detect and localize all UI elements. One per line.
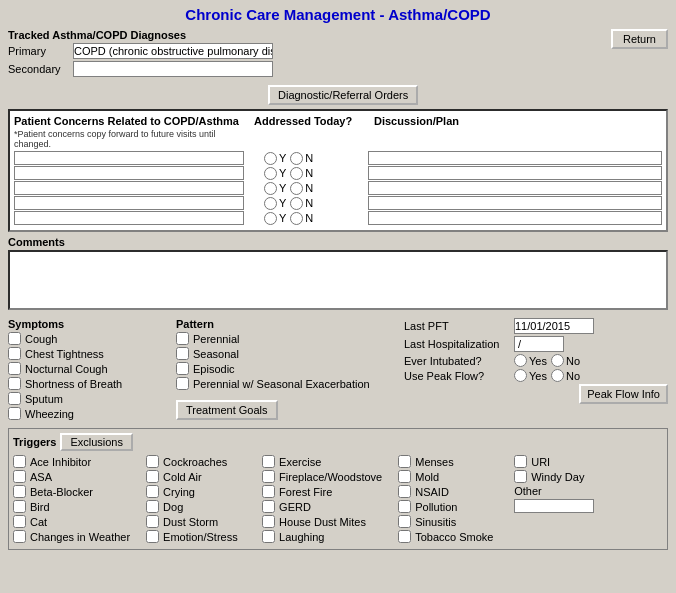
treatment-goals-button[interactable]: Treatment Goals [176,400,278,420]
trigger-changes-in-weather-checkbox[interactable] [13,530,26,543]
symptom-shortness-of-breath-checkbox[interactable] [8,377,21,390]
pattern-seasonal-checkbox[interactable] [176,347,189,360]
trigger-nsaid-checkbox[interactable] [398,485,411,498]
pattern-seasonal-label: Seasonal [193,348,239,360]
trigger-laughing: Laughing [262,530,382,543]
intubated-yes-radio[interactable] [514,354,527,367]
symptom-chest-tightness-checkbox[interactable] [8,347,21,360]
symptom-wheezing-label: Wheezing [25,408,74,420]
concern-input-2[interactable] [14,166,244,180]
pattern-header: Pattern [176,318,396,330]
trigger-beta-blocker-checkbox[interactable] [13,485,26,498]
concern-row: Y N [14,196,662,210]
trigger-uri-checkbox[interactable] [514,455,527,468]
last-hosp-input[interactable] [514,336,564,352]
discussion-input-3[interactable] [368,181,662,195]
discussion-input-5[interactable] [368,211,662,225]
trigger-ace-inhibitor-checkbox[interactable] [13,455,26,468]
trigger-laughing-checkbox[interactable] [262,530,275,543]
trigger-windy-day-checkbox[interactable] [514,470,527,483]
trigger-pollution-checkbox[interactable] [398,500,411,513]
trigger-crying-checkbox[interactable] [146,485,159,498]
trigger-menses-checkbox[interactable] [398,455,411,468]
last-pft-input[interactable] [514,318,594,334]
trigger-cold-air-checkbox[interactable] [146,470,159,483]
secondary-input[interactable] [73,61,273,77]
trigger-bird-checkbox[interactable] [13,500,26,513]
addressed-yes-5[interactable] [264,212,277,225]
triggers-col-5: URI Windy Day Other [514,455,614,545]
diagnostic-referral-button[interactable]: Diagnostic/Referral Orders [268,85,418,105]
trigger-changes-in-weather: Changes in Weather [13,530,130,543]
discussion-input-2[interactable] [368,166,662,180]
addressed-yes-2[interactable] [264,167,277,180]
trigger-sinusitis-checkbox[interactable] [398,515,411,528]
pattern-perennial-seasonal-checkbox[interactable] [176,377,189,390]
triggers-label: Triggers [13,436,56,448]
addressed-no-2[interactable] [290,167,303,180]
addressed-no-5[interactable] [290,212,303,225]
trigger-dust-storm-checkbox[interactable] [146,515,159,528]
trigger-fireplace-checkbox[interactable] [262,470,275,483]
trigger-asa-checkbox[interactable] [13,470,26,483]
trigger-forest-fire-checkbox[interactable] [262,485,275,498]
triggers-col-3: Exercise Fireplace/Woodstove Forest Fire… [262,455,382,545]
discussion-input-4[interactable] [368,196,662,210]
last-pft-label: Last PFT [404,320,514,332]
trigger-dog-checkbox[interactable] [146,500,159,513]
addressed-yes-1[interactable] [264,152,277,165]
trigger-exercise-checkbox[interactable] [262,455,275,468]
symptom-shortness-of-breath-label: Shortness of Breath [25,378,122,390]
addressed-header: Addressed Today? [254,115,374,149]
symptom-cough-checkbox[interactable] [8,332,21,345]
symptom-cough: Cough [8,332,168,345]
trigger-other-input[interactable] [514,499,594,513]
concern-input-5[interactable] [14,211,244,225]
triggers-col-4: Menses Mold NSAID Pollution Sinusitis [398,455,498,545]
trigger-tobacco-smoke-checkbox[interactable] [398,530,411,543]
peak-flow-no-radio[interactable] [551,369,564,382]
addressed-no-3[interactable] [290,182,303,195]
trigger-cat-checkbox[interactable] [13,515,26,528]
trigger-crying: Crying [146,485,246,498]
symptom-cough-label: Cough [25,333,57,345]
pattern-perennial-checkbox[interactable] [176,332,189,345]
triggers-col-1: Ace Inhibitor ASA Beta-Blocker Bird Cat [13,455,130,545]
comments-textarea[interactable] [8,250,668,310]
concern-input-4[interactable] [14,196,244,210]
symptom-sputum-checkbox[interactable] [8,392,21,405]
symptoms-header: Symptoms [8,318,168,330]
trigger-menses: Menses [398,455,498,468]
pattern-episodic-checkbox[interactable] [176,362,189,375]
exclusions-button[interactable]: Exclusions [60,433,133,451]
addressed-no-1[interactable] [290,152,303,165]
concern-row: Y N [14,181,662,195]
return-button[interactable]: Return [611,29,668,49]
discussion-input-1[interactable] [368,151,662,165]
addressed-yes-3[interactable] [264,182,277,195]
page-title: Chronic Care Management - Asthma/COPD [8,6,668,23]
peak-flow-yes-label: Yes [529,370,547,382]
trigger-mold: Mold [398,470,498,483]
trigger-house-dust-mites-checkbox[interactable] [262,515,275,528]
trigger-mold-checkbox[interactable] [398,470,411,483]
trigger-bird: Bird [13,500,130,513]
concern-input-1[interactable] [14,151,244,165]
symptom-nocturnal-cough-checkbox[interactable] [8,362,21,375]
trigger-emotion-stress-checkbox[interactable] [146,530,159,543]
addressed-no-4[interactable] [290,197,303,210]
addressed-yes-4[interactable] [264,197,277,210]
pattern-seasonal: Seasonal [176,347,396,360]
trigger-gerd-checkbox[interactable] [262,500,275,513]
tracked-header: Tracked Asthma/COPD Diagnoses [8,29,611,41]
peak-flow-yes-radio[interactable] [514,369,527,382]
concern-input-3[interactable] [14,181,244,195]
trigger-cockroaches-checkbox[interactable] [146,455,159,468]
symptom-wheezing-checkbox[interactable] [8,407,21,420]
primary-input[interactable] [73,43,273,59]
peak-flow-info-button[interactable]: Peak Flow Info [579,384,668,404]
intubated-no-radio[interactable] [551,354,564,367]
trigger-emotion-stress: Emotion/Stress [146,530,246,543]
discussion-header: Discussion/Plan [374,115,662,149]
concern-row: Y N [14,166,662,180]
